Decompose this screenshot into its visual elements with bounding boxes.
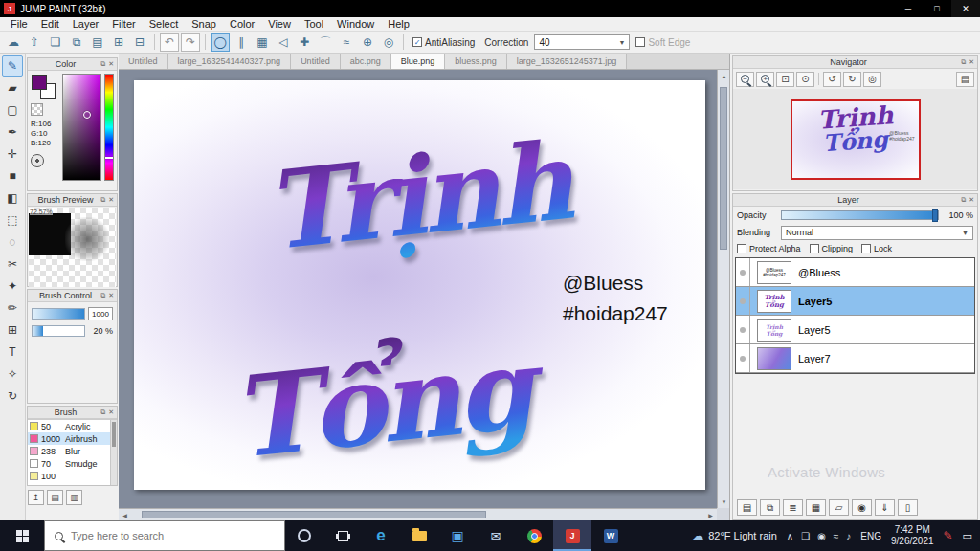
menu-item[interactable]: Edit: [34, 18, 66, 30]
actual-size-button[interactable]: ⊙: [796, 72, 814, 87]
chat-icon[interactable]: ❏: [801, 531, 810, 541]
rotate-left-button[interactable]: ↺: [823, 72, 841, 87]
softedge-checkbox[interactable]: [635, 37, 645, 47]
snap-off-icon[interactable]: ◯: [211, 33, 230, 52]
move-tool[interactable]: ✛: [2, 143, 23, 165]
task-view-button[interactable]: [323, 520, 362, 551]
network-icon[interactable]: ≈: [834, 531, 839, 541]
panel-popout-icon[interactable]: ⧉: [100, 60, 105, 68]
menu-item[interactable]: Filter: [105, 18, 142, 30]
cortana-button[interactable]: [285, 520, 323, 551]
snap-curve-icon[interactable]: ≈: [337, 33, 356, 52]
panel-close-icon[interactable]: ✕: [108, 408, 114, 416]
antialiasing-checkbox[interactable]: [412, 37, 422, 47]
zoom-out-button[interactable]: −: [736, 72, 754, 87]
layer-visibility-toggle[interactable]: [736, 258, 750, 286]
brush-list-item[interactable]: 100: [28, 470, 117, 482]
layer-option-checkbox[interactable]: Protect Alpha: [737, 244, 801, 253]
brush-list-item[interactable]: 70 Smudge: [28, 457, 117, 470]
dip-pen-tool[interactable]: ✒: [2, 121, 23, 143]
menu-item[interactable]: Color: [223, 18, 261, 30]
eraser-tool[interactable]: ▰: [2, 77, 23, 99]
panel-popout-icon[interactable]: ⧉: [100, 196, 105, 204]
file-explorer-icon[interactable]: [400, 520, 438, 551]
language-indicator[interactable]: ENG: [860, 531, 881, 541]
document-tab[interactable]: large_1632541440327.png: [168, 54, 292, 69]
duplicate-layer-icon[interactable]: ⧉: [760, 499, 780, 516]
correction-dropdown[interactable]: 40 ▼: [534, 34, 630, 50]
undo-button[interactable]: ↶: [160, 33, 179, 52]
magic-wand-tool[interactable]: ✦: [2, 276, 23, 297]
layer-stack-icon[interactable]: ≣: [783, 499, 803, 516]
reset-rotation-button[interactable]: ◎: [863, 72, 881, 87]
edge-icon[interactable]: e: [362, 520, 400, 551]
photos-icon[interactable]: ▣: [438, 520, 477, 551]
new-layer-icon[interactable]: ▤: [737, 499, 757, 516]
layer-row[interactable]: Layer7: [736, 344, 974, 373]
maximize-button[interactable]: □: [923, 0, 951, 17]
layer-row[interactable]: @Bluess #hoidap247 @Bluess: [736, 258, 974, 287]
publish-icon[interactable]: ⇧: [25, 33, 44, 52]
layer-option-checkbox[interactable]: Lock: [861, 244, 892, 253]
page-add-icon[interactable]: ▥: [66, 490, 82, 505]
panel-popout-icon[interactable]: ⧉: [100, 292, 105, 299]
fill-tool[interactable]: ◧: [2, 187, 23, 209]
eye-icon[interactable]: ◉: [817, 531, 826, 541]
layer-row[interactable]: Trịnh Tổng Layer5: [736, 316, 974, 344]
search-input[interactable]: [71, 530, 243, 541]
hue-slider[interactable]: [104, 74, 114, 181]
document-tab[interactable]: Untitled: [119, 54, 168, 69]
page-icon[interactable]: ▤: [88, 33, 107, 52]
pen-input-icon[interactable]: ✎: [944, 529, 953, 542]
taskbar-search[interactable]: [44, 520, 285, 551]
opacity-slider[interactable]: [781, 210, 939, 220]
menu-item[interactable]: File: [4, 18, 34, 30]
volume-icon[interactable]: ♪: [846, 531, 851, 541]
document-tab[interactable]: abc.png: [341, 54, 391, 69]
document-tab[interactable]: bluess.png: [445, 54, 507, 69]
panel-grid-icon[interactable]: ⊞: [109, 33, 128, 52]
cloud-icon[interactable]: ☁: [4, 33, 23, 52]
dock-toggle-icon[interactable]: ↥: [28, 490, 44, 505]
mail-icon[interactable]: ✉: [477, 520, 515, 551]
brush-list-item[interactable]: 50 Acrylic: [28, 420, 117, 432]
panel-popout-icon[interactable]: ⧉: [961, 196, 966, 204]
document-tab[interactable]: Untitled: [291, 54, 341, 69]
layer-visibility-toggle[interactable]: [736, 287, 750, 315]
snap-circle-icon[interactable]: ◎: [379, 33, 398, 52]
stamp-tool[interactable]: ▢: [2, 99, 23, 121]
menu-item[interactable]: View: [261, 18, 298, 30]
snap-grid-icon[interactable]: ▦: [253, 33, 272, 52]
panel-close-icon[interactable]: ✕: [108, 196, 114, 204]
clock[interactable]: 7:42 PM 9/26/2021: [891, 524, 934, 548]
vertical-scroll-thumb[interactable]: [720, 87, 727, 250]
panel-popout-icon[interactable]: ⧉: [100, 408, 105, 416]
brush-list-scrollbar[interactable]: [110, 420, 117, 485]
action-center-icon[interactable]: ▭: [963, 530, 972, 542]
layer-visibility-toggle[interactable]: [736, 316, 750, 343]
saturation-value-picker[interactable]: [62, 74, 101, 181]
vertical-scrollbar[interactable]: ▲ ▼: [717, 70, 729, 508]
material-icon[interactable]: ◉: [852, 499, 872, 516]
spread-view-button[interactable]: ▤: [956, 72, 974, 87]
drawing-canvas[interactable]: Trịnh Tổng @Bluess #hoidap247: [134, 80, 705, 490]
start-button[interactable]: [0, 520, 44, 551]
transform-tool[interactable]: ⊞: [2, 320, 23, 341]
delete-layer-icon[interactable]: ▯: [898, 499, 918, 516]
snap-vanish-icon[interactable]: ◁: [274, 33, 293, 52]
page-list-icon[interactable]: ▤: [47, 490, 63, 505]
comic-frame-icon[interactable]: ⊟: [130, 33, 149, 52]
jump-paint-icon[interactable]: J: [553, 520, 591, 551]
eyedropper-icon[interactable]: [31, 154, 44, 167]
screen-icon[interactable]: ⧉: [67, 33, 86, 52]
shape-tool[interactable]: ■: [2, 165, 23, 187]
horizontal-scroll-thumb[interactable]: [142, 511, 486, 518]
menu-item[interactable]: Select: [143, 18, 186, 30]
menu-item[interactable]: Layer: [66, 18, 106, 30]
tile-icon[interactable]: ▦: [806, 499, 826, 516]
hidden-icons-chevron[interactable]: ∧: [787, 531, 793, 541]
menu-item[interactable]: Tool: [298, 18, 330, 30]
minimize-button[interactable]: ─: [894, 0, 923, 17]
comment-icon[interactable]: ❏: [46, 33, 65, 52]
rotate-view-tool[interactable]: ↻: [2, 386, 23, 407]
